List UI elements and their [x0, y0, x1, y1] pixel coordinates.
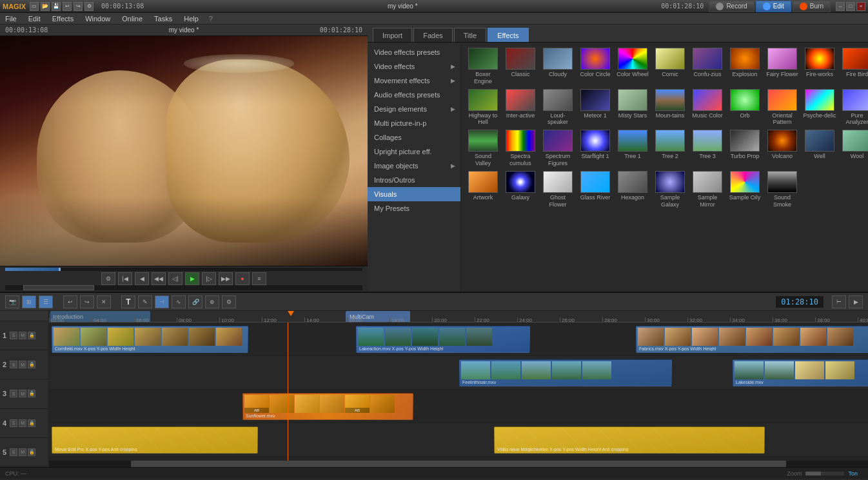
track-m-5[interactable]: M	[19, 448, 26, 456]
effect-item-hexagon[interactable]: Hexagon	[616, 171, 649, 208]
maximize-icon[interactable]: □	[846, 2, 855, 11]
zoom-slider[interactable]	[805, 472, 844, 475]
effect-item-musiccolor[interactable]: Music Color	[691, 89, 724, 126]
effect-item-soundsmoke[interactable]: Sound Smoke	[765, 171, 799, 208]
clip-sunflower[interactable]: AB AB Sunflower.mxv	[242, 393, 413, 420]
effect-item-inter-active[interactable]: Inter-active	[504, 89, 537, 126]
track-lock-3[interactable]: 🔒	[28, 390, 35, 397]
effect-item-glassriver[interactable]: Glass River	[578, 171, 612, 208]
tab-fades[interactable]: Fades	[413, 28, 453, 42]
effect-item-soundvalley[interactable]: Sound Valley	[466, 130, 500, 167]
tab-title[interactable]: Title	[454, 28, 486, 42]
effect-item-sampleoily[interactable]: Sample Oily	[728, 171, 762, 208]
video-btn-to-start[interactable]: |◀	[118, 272, 132, 285]
effect-item-highwaytohell[interactable]: Highway to Hell	[466, 89, 500, 126]
menu-tasks[interactable]: Tasks	[152, 15, 175, 23]
video-btn-prev-frame[interactable]: ◀	[135, 272, 149, 285]
effect-item-colorwheel[interactable]: Color Wheel	[616, 48, 649, 85]
clip-fabrics[interactable]: Fabrics.mxv X-pos Y-pos Width Height	[636, 326, 868, 353]
sidebar-item-intros[interactable]: Intros/Outros	[368, 173, 460, 187]
tl-btn-undo[interactable]: ↩	[63, 295, 77, 308]
tab-import[interactable]: Import	[373, 28, 412, 42]
sidebar-item-video-effects[interactable]: Video effects ▶	[368, 59, 460, 74]
save-icon[interactable]: 💾	[52, 2, 61, 11]
effect-item-wool[interactable]: Wool	[840, 130, 868, 167]
effect-item-tree3[interactable]: Tree 3	[691, 130, 724, 167]
tl-btn-right[interactable]: ▶	[849, 295, 863, 308]
video-btn-settings[interactable]: ⚙	[101, 272, 115, 285]
track-lock-5[interactable]: 🔓	[28, 448, 35, 456]
effect-item-orb[interactable]: Orb	[728, 89, 762, 126]
track-m-3[interactable]: M	[19, 390, 26, 397]
tl-btn-link[interactable]: ∿	[172, 295, 186, 308]
track-lock-1[interactable]: 🔒	[28, 332, 35, 339]
track-m-1[interactable]: M	[19, 332, 26, 339]
tl-btn-text[interactable]: T	[121, 295, 135, 308]
tl-btn-close[interactable]: ✕	[97, 295, 111, 308]
effect-item-explosion[interactable]: Explosion	[728, 48, 762, 85]
clip-vollig[interactable]: Völlig neue Möglichkeiten X-pos Y-pos Wi…	[494, 426, 765, 454]
undo-icon[interactable]: ↩	[63, 2, 72, 11]
video-progress-bar[interactable]	[5, 268, 362, 271]
track-lock-4[interactable]: 🔒	[28, 419, 35, 427]
effect-item-starflight1[interactable]: Starflight 1	[578, 130, 612, 167]
sidebar-item-collages[interactable]: Collages	[368, 130, 460, 145]
effect-item-tree2[interactable]: Tree 2	[653, 130, 687, 167]
sidebar-item-upright[interactable]: Upright picture eff.	[368, 145, 460, 159]
track-lock-2[interactable]: 🔒	[28, 361, 35, 368]
effect-item-galaxy[interactable]: Galaxy	[504, 171, 537, 208]
clip-lakeside[interactable]: Lakeside.mxv	[733, 359, 868, 386]
sidebar-item-mypresets[interactable]: My Presets	[368, 201, 460, 215]
effect-item-comic[interactable]: Comic	[653, 48, 687, 85]
clip-movie-edit-pro[interactable]: Movie Edit Pro X-pos Y-pos Anti cropping	[52, 426, 258, 454]
menu-edit[interactable]: Edit	[26, 15, 43, 23]
menu-effects[interactable]: Effects	[50, 15, 76, 23]
effect-item-confu-zius[interactable]: Confu-zius	[691, 48, 724, 85]
tl-btn-cut[interactable]: ⊣	[155, 295, 169, 308]
track-m-4[interactable]: M	[19, 419, 26, 427]
effect-item-spectracumulus[interactable]: Spectra cumulus	[504, 130, 537, 167]
video-btn-back[interactable]: ◀◀	[152, 272, 166, 285]
effect-item-well[interactable]: Well	[803, 130, 836, 167]
timeline-ruler[interactable]: Introduction MultiCam 02:00 04:00 06:00 …	[49, 311, 868, 323]
effect-item-mistystars[interactable]: Misty Stars	[616, 89, 649, 126]
effect-item-turboprop[interactable]: Turbo Prop	[728, 130, 762, 167]
tab-effects[interactable]: Effects	[488, 28, 528, 42]
sidebar-item-design[interactable]: Design elements ▶	[368, 102, 460, 116]
effect-item-cloudy[interactable]: Cloudy	[541, 48, 575, 85]
new-icon[interactable]: ▭	[30, 2, 39, 11]
tl-btn-select[interactable]: ⊕	[205, 295, 219, 308]
burn-button[interactable]: Burn	[793, 1, 831, 12]
effect-item-volcano[interactable]: Volcano	[765, 130, 799, 167]
open-icon[interactable]: 📂	[41, 2, 50, 11]
sidebar-item-movement[interactable]: Movement effects ▶	[368, 74, 460, 88]
tl-btn-paint[interactable]: ⚙	[222, 295, 236, 308]
effect-item-psyche-delic[interactable]: Psyche-delic	[803, 89, 836, 126]
effect-item-moun-tains[interactable]: Moun-tains	[653, 89, 687, 126]
effect-item-loud-speaker[interactable]: Loud-speaker	[541, 89, 575, 126]
help-icon[interactable]: ?	[209, 15, 213, 23]
menu-file[interactable]: File	[3, 15, 19, 23]
effect-item-boxerengine[interactable]: Boxer Engine	[466, 48, 500, 85]
effect-item-fire-works[interactable]: Fire-works	[803, 48, 836, 85]
tl-btn-end[interactable]: ⊢	[832, 295, 846, 308]
sidebar-item-video-presets[interactable]: Video effects presets	[368, 45, 460, 59]
settings-icon[interactable]: ⚙	[84, 2, 94, 11]
redo-icon[interactable]: ↪	[74, 2, 83, 11]
track-s-2[interactable]: S	[10, 361, 17, 368]
effect-item-pureanalyzer[interactable]: Pure Analyzer	[840, 89, 868, 126]
track-s-3[interactable]: S	[10, 390, 17, 397]
track-m-2[interactable]: M	[19, 361, 26, 368]
clip-feelinthisair[interactable]: Feelinthisair.mxv	[459, 359, 672, 386]
video-btn-ff[interactable]: ▶▶	[219, 272, 233, 285]
effect-item-classic[interactable]: Classic	[504, 48, 537, 85]
tl-btn-draw[interactable]: ✎	[138, 295, 152, 308]
effect-item-ghostflower[interactable]: Ghost Flower	[541, 171, 575, 208]
video-btn-play[interactable]: ▶	[185, 272, 199, 285]
clip-cornfield[interactable]: Cornfield.mxv X-pos Y-pos Width Height	[52, 326, 248, 353]
edit-button[interactable]: Edit	[756, 1, 791, 12]
video-scrollbar[interactable]	[5, 285, 362, 290]
sidebar-item-audio-presets[interactable]: Audio effects presets	[368, 88, 460, 102]
effect-item-samplemirror[interactable]: Sample Mirror	[691, 171, 724, 208]
video-btn-menu[interactable]: ≡	[252, 272, 266, 285]
